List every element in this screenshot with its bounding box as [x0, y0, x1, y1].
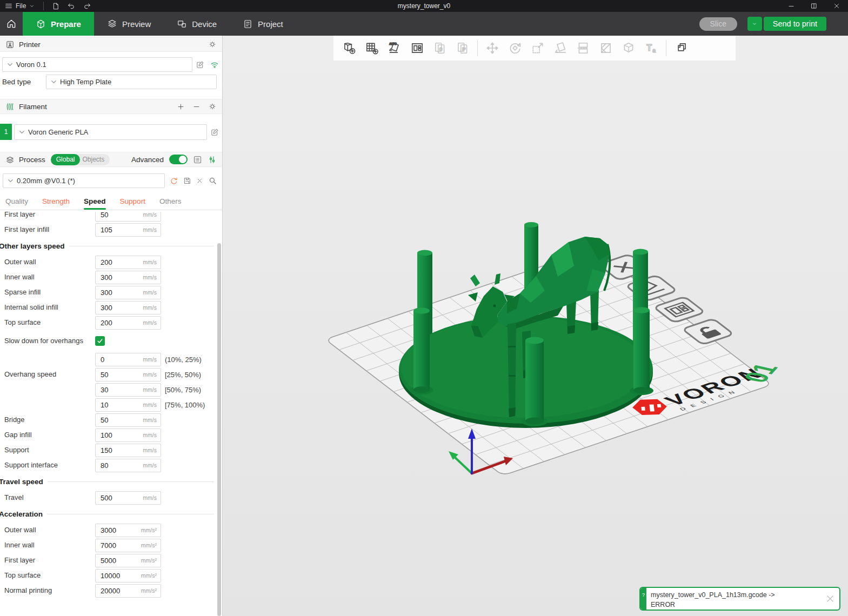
scope-global-button[interactable]: Global: [51, 154, 81, 165]
tab-project[interactable]: Project: [230, 12, 296, 36]
setting-value-input[interactable]: 30mm/s: [95, 383, 161, 397]
setting-value-input[interactable]: 200mm/s: [95, 316, 161, 330]
tab-preview[interactable]: Preview: [94, 12, 164, 36]
printer-name: Voron 0.1: [16, 61, 46, 69]
scale-button: [530, 40, 546, 56]
assembly-view-button[interactable]: [673, 40, 689, 56]
undo-button[interactable]: [67, 2, 76, 10]
setting-value-input[interactable]: 10000mm/s²: [95, 569, 161, 582]
filament-name: Voron Generic PLA: [28, 128, 88, 136]
remove-filament-icon[interactable]: [192, 103, 201, 111]
setting-value: 10: [96, 401, 108, 409]
setting-value-input[interactable]: 50mm/s: [95, 368, 161, 381]
setting-value-input[interactable]: 50mm/s: [95, 212, 161, 222]
setting-label: Outer wall: [4, 258, 95, 266]
setting-value-input[interactable]: 3000mm/s²: [95, 524, 161, 537]
auto-orient-button[interactable]: AUTO: [386, 40, 403, 56]
send-options-button[interactable]: [747, 17, 762, 31]
setting-label: Sparse infill: [4, 288, 95, 297]
toast-close-button[interactable]: [821, 588, 839, 610]
clear-preset-button[interactable]: [196, 177, 204, 185]
setting-value-input[interactable]: 20000mm/s²: [95, 584, 161, 598]
maximize-button[interactable]: [803, 0, 825, 12]
device-icon: [177, 19, 187, 29]
add-filament-icon[interactable]: [177, 103, 185, 111]
process-preset-value: 0.20mm @V0.1 (*): [17, 177, 75, 185]
process-tab-support[interactable]: Support: [120, 192, 145, 210]
printer-connection-button[interactable]: [210, 60, 219, 70]
new-project-button[interactable]: [52, 2, 60, 10]
split-to-objects-icon: [576, 41, 590, 55]
home-button[interactable]: [0, 12, 23, 36]
setting-value-input[interactable]: 50mm/s: [95, 413, 161, 427]
tune-sliders-icon[interactable]: [208, 155, 217, 164]
3d-viewport[interactable]: VORON D E S I G N 01: [223, 36, 848, 616]
svg-text:P: P: [462, 46, 466, 52]
setting-value-input[interactable]: 500mm/s: [95, 491, 161, 505]
advanced-toggle[interactable]: [169, 155, 188, 164]
bed-type-dropdown[interactable]: High Temp Plate: [46, 75, 217, 89]
close-button[interactable]: [825, 0, 848, 12]
tab-prepare[interactable]: Prepare: [23, 12, 94, 36]
setting-label: Travel: [4, 493, 95, 502]
file-menu-label[interactable]: File: [16, 2, 26, 10]
setting-value-input[interactable]: 105mm/s: [95, 223, 161, 237]
main-menu-button[interactable]: File: [4, 2, 35, 10]
process-preset-dropdown[interactable]: 0.20mm @V0.1 (*): [3, 173, 165, 188]
filament-select-dropdown[interactable]: Voron Generic PLA: [14, 124, 207, 140]
process-tab-speed[interactable]: Speed: [84, 192, 106, 210]
setting-value-input[interactable]: 200mm/s: [95, 256, 161, 269]
setting-unit: mm/s: [143, 417, 161, 423]
bed-type-label: Bed type: [2, 78, 31, 86]
filament-settings-gear-icon[interactable]: [208, 102, 217, 111]
setting-value: 50: [96, 212, 108, 219]
setting-value-input[interactable]: 100mm/s: [95, 428, 161, 442]
add-plate-button[interactable]: [364, 40, 380, 56]
split-to-parts-button: [598, 40, 614, 56]
redo-button[interactable]: [83, 2, 91, 10]
process-tab-others[interactable]: Others: [159, 192, 182, 210]
rotate-icon: [508, 41, 522, 55]
tab-device[interactable]: Device: [164, 12, 230, 36]
parameter-list-icon[interactable]: [193, 155, 202, 164]
move-button: [484, 40, 500, 56]
scale-icon: [531, 41, 545, 55]
add-model-button[interactable]: [341, 40, 357, 56]
edit-filament-button[interactable]: [210, 128, 219, 137]
setting-value-input[interactable]: 150mm/s: [95, 444, 161, 457]
edit-printer-button[interactable]: [196, 60, 205, 69]
setting-value-input[interactable]: 300mm/s: [95, 286, 161, 299]
setting-value: 300: [96, 304, 112, 312]
setting-value-input[interactable]: 300mm/s: [95, 271, 161, 284]
setting-row: Slow down for overhangs: [0, 330, 216, 352]
setting-unit: mm/s: [143, 494, 161, 501]
setting-value-input[interactable]: 5000mm/s²: [95, 554, 161, 567]
setting-value-input[interactable]: 7000mm/s²: [95, 539, 161, 552]
settings-scroll-area[interactable]: First layer50mm/sFirst layer infill105mm…: [0, 212, 216, 616]
process-tab-quality[interactable]: Quality: [5, 192, 28, 210]
setting-value-input[interactable]: 0mm/s: [95, 353, 161, 366]
settings-scrollbar[interactable]: [217, 243, 221, 616]
setting-row: 10mm/s[75%, 100%): [0, 397, 216, 412]
arrange-button[interactable]: [409, 40, 425, 56]
setting-value-input[interactable]: 300mm/s: [95, 301, 161, 314]
minimize-button[interactable]: [780, 0, 803, 12]
send-to-print-button[interactable]: Send to print: [764, 17, 826, 31]
slice-button[interactable]: Slice: [699, 17, 737, 31]
setting-value-input[interactable]: 10mm/s: [95, 398, 161, 412]
scope-objects-button[interactable]: Objects: [80, 154, 110, 165]
assembly-view-icon: [674, 41, 688, 55]
setting-checkbox[interactable]: [95, 336, 105, 346]
search-settings-button[interactable]: [208, 176, 217, 185]
save-preset-button[interactable]: [183, 176, 192, 185]
setting-value: 10000: [96, 572, 120, 580]
add-model-icon: [342, 41, 356, 55]
printer-select-dropdown[interactable]: Voron 0.1: [2, 57, 192, 72]
settings-group-header: Acceleration: [0, 505, 216, 523]
reset-preset-button[interactable]: [169, 176, 178, 185]
setting-row: Outer wall200mm/s: [0, 255, 216, 270]
setting-row: Overhang speed50mm/s[25%, 50%): [0, 367, 216, 382]
setting-value-input[interactable]: 80mm/s: [95, 459, 161, 472]
process-tab-strength[interactable]: Strength: [42, 192, 70, 210]
printer-settings-gear-icon[interactable]: [208, 40, 217, 49]
